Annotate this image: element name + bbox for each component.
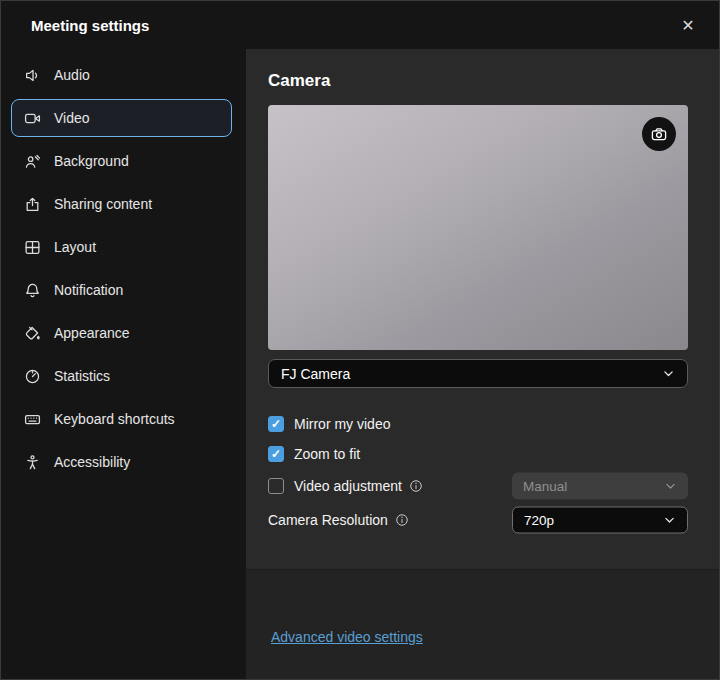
sidebar-item-background[interactable]: Background [11, 142, 232, 180]
gauge-icon [24, 368, 41, 385]
mirror-video-checkbox[interactable] [268, 416, 284, 432]
sidebar-item-video[interactable]: Video [11, 99, 232, 137]
keyboard-icon [24, 411, 41, 428]
video-settings-panel: Camera FJ Camera [246, 49, 719, 679]
titlebar: Meeting settings ✕ [1, 1, 719, 49]
camera-resolution-label: Camera Resolution [268, 512, 388, 528]
video-adjustment-label: Video adjustment [294, 478, 402, 494]
video-adjustment-row: Video adjustment Manual [268, 470, 688, 501]
sidebar-item-label: Audio [54, 67, 90, 83]
sidebar-item-label: Video [54, 110, 90, 126]
sidebar-item-notification[interactable]: Notification [11, 271, 232, 309]
zoom-to-fit-label: Zoom to fit [294, 446, 360, 462]
video-adjustment-mode-value: Manual [523, 478, 567, 493]
camera-resolution-row: Camera Resolution 720p [268, 504, 688, 535]
mirror-video-row: Mirror my video [268, 410, 688, 438]
section-title: Camera [268, 71, 688, 91]
speaker-icon [24, 67, 41, 84]
sidebar-item-label: Appearance [54, 325, 130, 341]
sidebar-item-statistics[interactable]: Statistics [11, 357, 232, 395]
chevron-down-icon [662, 367, 675, 380]
camera-select-value: FJ Camera [281, 366, 350, 382]
bell-icon [24, 282, 41, 299]
video-adjustment-mode-select: Manual [512, 472, 688, 499]
mirror-video-label: Mirror my video [294, 416, 390, 432]
sidebar-item-label: Statistics [54, 368, 110, 384]
sidebar-item-accessibility[interactable]: Accessibility [11, 443, 232, 481]
panel-footer: Advanced video settings [246, 569, 719, 679]
meeting-settings-window: Meeting settings ✕ Audio Video Bac [0, 0, 720, 680]
camera-preview [268, 105, 688, 350]
video-adjustment-checkbox[interactable] [268, 478, 284, 494]
person-background-icon [24, 153, 41, 170]
info-icon [395, 513, 409, 527]
grid-icon [24, 239, 41, 256]
sidebar-item-label: Background [54, 153, 129, 169]
paint-bucket-icon [24, 325, 41, 342]
settings-sidebar: Audio Video Background Sharing content [1, 49, 246, 679]
camera-select[interactable]: FJ Camera [268, 359, 688, 388]
advanced-video-settings-link[interactable]: Advanced video settings [271, 629, 423, 645]
chevron-down-icon [663, 513, 676, 526]
info-icon [409, 479, 423, 493]
sidebar-item-label: Keyboard shortcuts [54, 411, 175, 427]
sidebar-item-sharing-content[interactable]: Sharing content [11, 185, 232, 223]
camera-resolution-value: 720p [524, 512, 554, 527]
accessibility-icon [24, 454, 41, 471]
camera-resolution-select[interactable]: 720p [512, 506, 688, 533]
sidebar-item-label: Layout [54, 239, 96, 255]
sidebar-item-label: Sharing content [54, 196, 152, 212]
flip-camera-icon [650, 125, 668, 143]
close-icon[interactable]: ✕ [673, 10, 703, 40]
flip-camera-button[interactable] [642, 117, 676, 151]
sidebar-item-layout[interactable]: Layout [11, 228, 232, 266]
zoom-to-fit-checkbox[interactable] [268, 446, 284, 462]
chevron-down-icon [664, 479, 677, 492]
sidebar-item-appearance[interactable]: Appearance [11, 314, 232, 352]
zoom-to-fit-row: Zoom to fit [268, 440, 688, 468]
sidebar-item-keyboard-shortcuts[interactable]: Keyboard shortcuts [11, 400, 232, 438]
share-icon [24, 196, 41, 213]
sidebar-item-label: Notification [54, 282, 123, 298]
sidebar-item-audio[interactable]: Audio [11, 56, 232, 94]
window-title: Meeting settings [31, 17, 149, 34]
camera-icon [24, 110, 41, 127]
sidebar-item-label: Accessibility [54, 454, 130, 470]
